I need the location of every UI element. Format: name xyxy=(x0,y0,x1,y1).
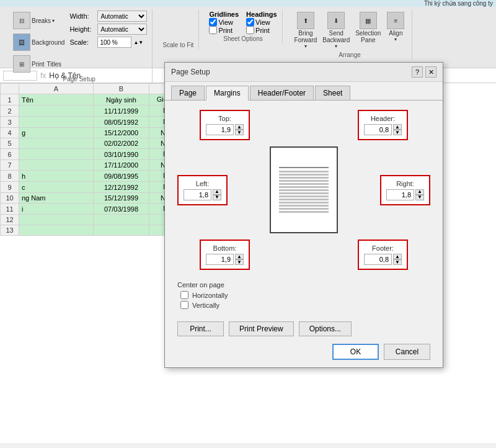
row-number[interactable]: 4 xyxy=(1,128,19,138)
cell[interactable] xyxy=(19,160,94,171)
tab-sheet[interactable]: Sheet xyxy=(315,86,350,100)
row-number[interactable]: 1 xyxy=(1,94,19,105)
right-spin-down[interactable]: ▼ xyxy=(415,195,424,200)
cell[interactable] xyxy=(94,215,149,225)
ribbon-btn-send-backward[interactable]: ⬇ Send Backward ▾ xyxy=(321,11,352,50)
dialog-help-btn[interactable]: ? xyxy=(412,66,423,78)
cell[interactable]: h xyxy=(19,171,94,182)
cell[interactable] xyxy=(19,117,94,128)
row-number[interactable]: 6 xyxy=(1,149,19,160)
vertically-checkbox[interactable] xyxy=(180,301,188,309)
cell[interactable]: 15/12/2000 xyxy=(94,128,149,138)
page-setup-dialog: Page Setup ? ✕ Page Margins Header/Foote… xyxy=(164,62,443,368)
scale-row: Scale: ▲▼ xyxy=(69,37,147,48)
cell[interactable] xyxy=(19,105,94,117)
cancel-button[interactable]: Cancel xyxy=(384,344,430,360)
bottom-spin-up[interactable]: ▲ xyxy=(235,254,244,259)
options-button[interactable]: Options... xyxy=(299,321,352,336)
footer-value-input[interactable] xyxy=(364,254,392,265)
cell[interactable]: Ngày sinh xyxy=(94,94,149,105)
right-value-input[interactable] xyxy=(386,189,414,200)
tab-margins[interactable]: Margins xyxy=(206,86,249,101)
scale-spin-icon[interactable]: ▲▼ xyxy=(133,40,143,45)
left-value-input[interactable] xyxy=(184,189,211,200)
horizontally-option[interactable]: Horizontally xyxy=(180,291,430,299)
cell[interactable] xyxy=(19,149,94,160)
footer-spin-up[interactable]: ▲ xyxy=(393,254,402,259)
left-spin: ▲ ▼ xyxy=(213,189,221,200)
cell[interactable]: 17/11/2000 xyxy=(94,160,149,171)
cell[interactable]: i xyxy=(19,204,94,215)
cell[interactable] xyxy=(19,225,94,236)
vertically-option[interactable]: Vertically xyxy=(180,301,430,309)
top-spin-down[interactable]: ▼ xyxy=(235,130,244,135)
row-number[interactable]: 2 xyxy=(1,105,19,117)
ribbon-btn-align[interactable]: ≡ Align ▾ xyxy=(384,11,407,50)
row-number[interactable]: 13 xyxy=(1,225,19,236)
row-number[interactable]: 5 xyxy=(1,138,19,149)
cell[interactable]: 12/12/1992 xyxy=(94,182,149,193)
cell[interactable]: 07/03/1998 xyxy=(94,204,149,215)
header-spin-down[interactable]: ▼ xyxy=(393,130,402,135)
header-label: Header: xyxy=(371,115,395,122)
top-value-input[interactable] xyxy=(206,124,234,135)
cell[interactable]: 11/11/1999 xyxy=(94,105,149,117)
ribbon-btn-bring-forward[interactable]: ⬆ Bring Forward ▾ xyxy=(293,11,319,50)
cell[interactable]: 08/05/1992 xyxy=(94,117,149,128)
row-number[interactable]: 3 xyxy=(1,117,19,128)
cell[interactable]: Tên xyxy=(19,94,94,105)
header-value-input[interactable] xyxy=(364,124,392,135)
cell[interactable]: g xyxy=(19,128,94,138)
print-button[interactable]: Print... xyxy=(177,321,224,336)
headings-view-checkbox[interactable]: View xyxy=(246,18,277,26)
horizontally-checkbox[interactable] xyxy=(180,291,188,299)
cell[interactable] xyxy=(19,215,94,225)
headings-print-checkbox[interactable]: Print xyxy=(246,26,277,34)
row-number[interactable]: 12 xyxy=(1,215,19,225)
ribbon-btn-breaks[interactable]: ⊟ Breaks ▾ xyxy=(11,11,66,31)
width-select[interactable]: Automatic xyxy=(97,11,147,22)
ribbon-btn-selection-pane[interactable]: ▦ Selection Pane xyxy=(353,11,383,50)
scale-input[interactable] xyxy=(97,37,131,48)
row-number[interactable]: 9 xyxy=(1,182,19,193)
gridlines-view-checkbox[interactable]: View xyxy=(209,18,239,26)
tab-header-footer[interactable]: Header/Footer xyxy=(250,86,314,100)
bring-forward-dropdown[interactable]: ▾ xyxy=(304,43,307,49)
left-spin-down[interactable]: ▼ xyxy=(213,195,221,200)
send-backward-dropdown[interactable]: ▾ xyxy=(335,43,337,49)
cell[interactable] xyxy=(94,225,149,236)
cell[interactable]: 03/10/1990 xyxy=(94,149,149,160)
ribbon: Thi ký chứa sang công ty ⊟ Breaks ▾ 🖼 Ba… xyxy=(0,0,496,68)
col-header-a[interactable]: A xyxy=(19,84,94,94)
row-number[interactable]: 7 xyxy=(1,160,19,171)
height-select[interactable]: Automatic xyxy=(97,24,147,35)
cell[interactable]: ng Nam xyxy=(19,193,94,204)
cell[interactable]: 02/02/2002 xyxy=(94,138,149,149)
print-preview-button[interactable]: Print Preview xyxy=(229,321,294,336)
cell[interactable]: 09/08/1995 xyxy=(94,171,149,182)
print-titles-icon: ⊞ xyxy=(13,55,30,73)
cell[interactable]: c xyxy=(19,182,94,193)
tab-page[interactable]: Page xyxy=(171,86,205,100)
row-number[interactable]: 8 xyxy=(1,171,19,182)
cell[interactable]: 15/12/1999 xyxy=(94,193,149,204)
top-spin-up[interactable]: ▲ xyxy=(235,124,244,130)
header-spin-up[interactable]: ▲ xyxy=(393,124,402,130)
row-number[interactable]: 10 xyxy=(1,193,19,204)
ribbon-btn-background[interactable]: 🖼 Background xyxy=(11,32,66,53)
bottom-spin-down[interactable]: ▼ xyxy=(235,259,244,265)
row-number[interactable]: 11 xyxy=(1,204,19,215)
dialog-title: Page Setup xyxy=(171,68,210,76)
gridlines-print-checkbox[interactable]: Print xyxy=(209,26,239,34)
bottom-margin-field: Bottom: ▲ ▼ xyxy=(200,240,250,270)
align-dropdown[interactable]: ▾ xyxy=(394,37,397,42)
ribbon-btn-print-titles[interactable]: ⊞ Print Titles xyxy=(11,54,66,74)
cell[interactable] xyxy=(19,138,94,149)
col-header-b[interactable]: B xyxy=(94,84,149,94)
right-label: Right: xyxy=(396,180,414,187)
dialog-close-btn[interactable]: ✕ xyxy=(425,66,436,78)
bottom-value-input[interactable] xyxy=(206,254,234,265)
footer-spin-down[interactable]: ▼ xyxy=(393,259,402,265)
horizontally-label: Horizontally xyxy=(192,292,228,299)
ok-button[interactable]: OK xyxy=(332,344,379,360)
